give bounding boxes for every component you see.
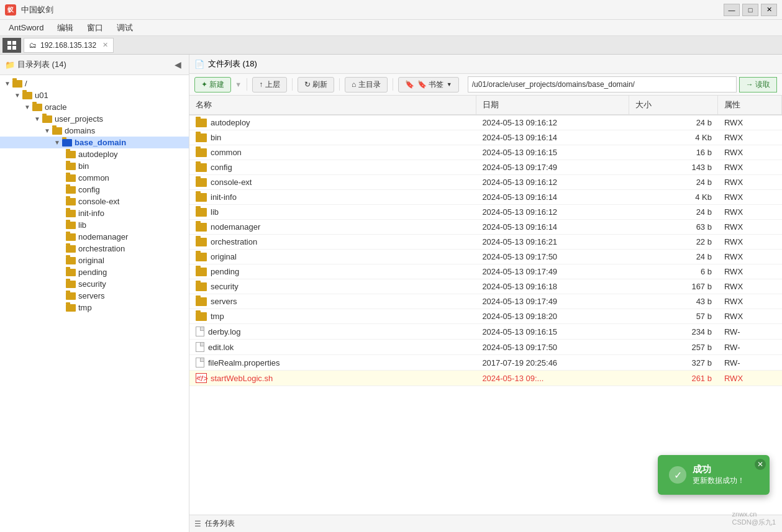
table-row[interactable]: derby.log 2024-05-13 09:16:15 234 b RW- [189, 324, 782, 340]
toast-close-button[interactable]: ✕ [755, 459, 766, 470]
col-size[interactable]: 大小 [629, 96, 718, 115]
bookmark-button[interactable]: 🔖 🔖 书签 ▼ [398, 77, 459, 92]
table-row[interactable]: lib 2024-05-13 09:16:12 24 b RWX [189, 205, 782, 220]
name-cell-inner: tmp [196, 312, 470, 321]
app-title: 中国蚁剑 [21, 4, 53, 16]
tree-item-root[interactable]: ▼ / [0, 78, 189, 89]
tree-item-domains[interactable]: ▼ domains [0, 125, 189, 137]
name-cell-inner: fileRealm.properties [196, 358, 470, 367]
col-name[interactable]: 名称 [189, 96, 476, 115]
tab-grid-button[interactable] [2, 38, 21, 53]
file-attr-cell: RWX [718, 145, 782, 160]
menu-edit[interactable]: 编辑 [51, 21, 80, 35]
file-size-cell: 16 b [629, 145, 718, 160]
go-button[interactable]: → 读取 [739, 77, 777, 92]
maximize-button[interactable]: □ [742, 4, 758, 16]
file-name-label: derby.log [208, 327, 241, 336]
menu-antsword[interactable]: AntSword [2, 22, 50, 34]
tree-arrow-root: ▼ [2, 80, 12, 87]
folder-icon [196, 133, 207, 142]
table-row[interactable]: orchestration 2024-05-13 09:16:21 22 b R… [189, 235, 782, 250]
col-date[interactable]: 日期 [476, 96, 629, 115]
new-dropdown-arrow[interactable]: ▼ [235, 81, 242, 88]
file-name-cell: edit.lok [189, 340, 476, 355]
file-name-label: bin [211, 133, 221, 142]
home-button[interactable]: ⌂ 主目录 [345, 77, 388, 92]
file-name-label: servers [211, 297, 237, 306]
script-icon: </> [196, 373, 207, 383]
tree-item-user-projects[interactable]: ▼ user_projects [0, 113, 189, 125]
tab-item[interactable]: 🗂 192.168.135.132 ✕ [24, 38, 114, 53]
watermark-text: znwx.cn [732, 510, 776, 518]
tree-item-init-info[interactable]: init-info [0, 207, 189, 219]
table-row[interactable]: bin 2024-05-13 09:16:14 4 Kb RWX [189, 130, 782, 145]
table-row[interactable]: tmp 2024-05-13 09:18:20 57 b RWX [189, 309, 782, 324]
tree-item-security[interactable]: security [0, 278, 189, 290]
table-row[interactable]: console-ext 2024-05-13 09:16:12 24 b RWX [189, 175, 782, 190]
file-attr-cell: RWX [718, 309, 782, 324]
toast-message: 更新数据成功！ [693, 476, 745, 486]
tree-item-tmp[interactable]: tmp [0, 302, 189, 313]
tree-item-common[interactable]: common [0, 172, 189, 184]
table-row[interactable]: servers 2024-05-13 09:17:49 43 b RWX [189, 294, 782, 309]
tree-item-base-domain[interactable]: ▼ base_domain [0, 137, 189, 148]
tree-item-u01[interactable]: ▼ u01 [0, 89, 189, 101]
menu-debug[interactable]: 调试 [111, 21, 139, 35]
tree-item-nodemanager[interactable]: nodemanager [0, 231, 189, 243]
file-name-cell: autodeploy [189, 115, 476, 130]
table-row[interactable]: </> startWebLogic.sh 2024-05-13 09:... 2… [189, 371, 782, 386]
tree-item-lib[interactable]: lib [0, 219, 189, 231]
title-bar-left: 蚁 中国蚁剑 [5, 4, 53, 16]
table-row[interactable]: fileRealm.properties 2017-07-19 20:25:46… [189, 355, 782, 371]
file-name-cell: nodemanager [189, 220, 476, 235]
folder-icon [196, 253, 207, 261]
col-attr[interactable]: 属性 [718, 96, 782, 115]
table-row[interactable]: common 2024-05-13 09:16:15 16 b RWX [189, 145, 782, 160]
folder-icon [196, 148, 207, 157]
tree-folder-icon-root [12, 80, 22, 88]
table-row[interactable]: original 2024-05-13 09:17:50 24 b RWX [189, 250, 782, 264]
tree-item-servers[interactable]: servers [0, 290, 189, 302]
tree-arrow-base-domain: ▼ [52, 139, 62, 146]
tree-item-pending[interactable]: pending [0, 266, 189, 278]
path-input[interactable] [468, 76, 737, 92]
toast-check-icon: ✓ [669, 466, 686, 484]
table-row[interactable]: edit.lok 2024-05-13 09:17:50 257 b RW- [189, 340, 782, 355]
new-button[interactable]: ✦ 新建 [194, 77, 231, 92]
menu-window[interactable]: 窗口 [81, 21, 109, 35]
title-bar-controls[interactable]: — □ ✕ [724, 4, 777, 16]
tree-item-oracle[interactable]: ▼ oracle [0, 101, 189, 113]
tree-label-oracle: oracle [45, 102, 66, 112]
file-date-cell: 2024-05-13 09:16:14 [476, 130, 629, 145]
table-row[interactable]: security 2024-05-13 09:16:18 167 b RWX [189, 279, 782, 294]
tree-label-root: / [25, 79, 27, 88]
name-cell-inner: console-ext [196, 178, 470, 187]
up-button[interactable]: ↑ 上层 [252, 77, 286, 92]
close-button[interactable]: ✕ [761, 4, 777, 16]
file-name-label: security [211, 282, 239, 291]
file-name-cell: derby.log [189, 324, 476, 340]
tree-item-autodeploy[interactable]: autodeploy [0, 148, 189, 160]
tree-item-console-ext[interactable]: console-ext [0, 196, 189, 207]
table-row[interactable]: init-info 2024-05-13 09:16:14 4 Kb RWX [189, 190, 782, 205]
tab-close-button[interactable]: ✕ [102, 41, 108, 49]
table-row[interactable]: autodeploy 2024-05-13 09:16:12 24 b RWX [189, 115, 782, 130]
tree-item-orchestration[interactable]: orchestration [0, 243, 189, 255]
file-list-table: 名称 日期 大小 属性 autodeploy 2024-05-13 09:16:… [189, 96, 782, 386]
file-size-cell: 6 b [629, 264, 718, 279]
minimize-button[interactable]: — [724, 4, 740, 16]
refresh-button[interactable]: ↻ 刷新 [298, 77, 334, 92]
tree-item-original[interactable]: original [0, 255, 189, 266]
tree-folder-icon-security [66, 281, 76, 288]
tree-item-config[interactable]: config [0, 184, 189, 196]
name-cell-inner: edit.lok [196, 342, 470, 352]
file-size-cell: 4 Kb [629, 130, 718, 145]
collapse-button[interactable]: ◀ [172, 58, 184, 71]
tree-item-bin[interactable]: bin [0, 160, 189, 172]
table-row[interactable]: config 2024-05-13 09:17:49 143 b RWX [189, 160, 782, 175]
tab-file-icon: 🗂 [29, 41, 37, 50]
bookmark-label: 🔖 书签 [417, 79, 443, 90]
table-row[interactable]: nodemanager 2024-05-13 09:16:14 63 b RWX [189, 220, 782, 235]
table-row[interactable]: pending 2024-05-13 09:17:49 6 b RWX [189, 264, 782, 279]
tree-label-user-projects: user_projects [55, 114, 103, 124]
